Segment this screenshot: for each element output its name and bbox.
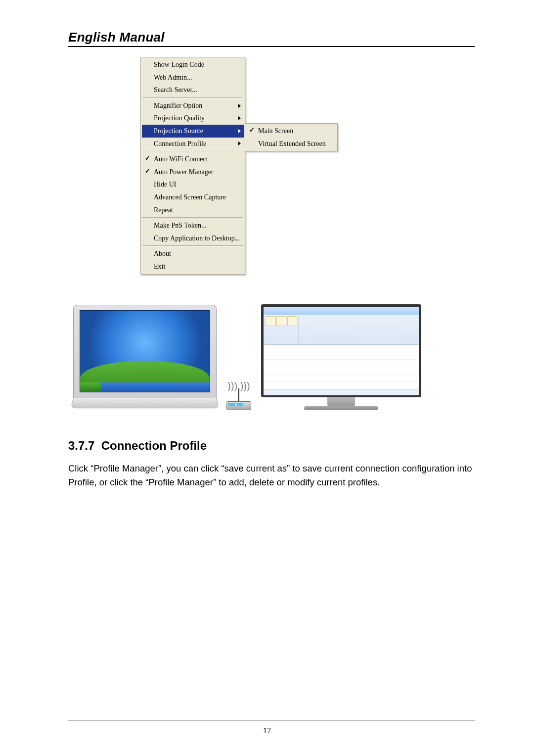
menu-item[interactable]: Copy Application to Desktop...: [142, 232, 244, 245]
menu-item-label: Hide UI: [154, 181, 177, 188]
menu-item-label: Exit: [154, 263, 165, 270]
menu-item[interactable]: Magnifier Option: [142, 99, 244, 112]
menu-item-label: About: [154, 250, 171, 257]
menu-item[interactable]: Repeat: [142, 204, 244, 217]
projection-illustration: ))) ))): [73, 304, 475, 410]
taskbar: [80, 382, 210, 391]
menu-item[interactable]: Show Login Code: [142, 58, 244, 71]
submenu-item[interactable]: ✓Main Screen: [246, 125, 336, 138]
menu-item[interactable]: Web Admin...: [142, 71, 244, 84]
menu-item[interactable]: Exit: [142, 260, 244, 273]
menu-item-label: Auto WiFi Connect: [154, 155, 208, 163]
menu-item[interactable]: Projection Source: [142, 125, 244, 138]
submenu-item-label: Main Screen: [258, 127, 293, 135]
page-number: 17: [0, 726, 534, 735]
menu-item-label: Magnifier Option: [154, 102, 202, 109]
menu-item-label: Projection Quality: [154, 114, 205, 122]
menu-item[interactable]: ✓Auto WiFi Connect: [142, 153, 244, 166]
menu-item[interactable]: Connection Profile: [142, 138, 244, 150]
menu-item-label: Connection Profile: [154, 140, 206, 147]
menu-item-label: Web Admin...: [154, 74, 192, 81]
menu-item-label: Make PnS Token...: [154, 222, 206, 229]
menu-separator: [142, 151, 243, 152]
menu-item[interactable]: Make PnS Token...: [142, 219, 244, 232]
section-heading: 3.7.7 Connection Profile: [68, 439, 475, 453]
wifi-waves-icon: ))) ))): [227, 383, 250, 388]
section-number: 3.7.7: [68, 439, 94, 452]
menu-item-label: Auto Power Manager: [154, 168, 214, 176]
menu-item-label: Search Server...: [154, 86, 197, 94]
submenu-item[interactable]: Virtual Extended Screen: [246, 138, 336, 150]
footer-rule: [68, 720, 475, 720]
check-icon: ✓: [249, 126, 255, 135]
context-menu: Show Login CodeWeb Admin...Search Server…: [140, 57, 245, 275]
start-button-icon: [80, 382, 101, 391]
menu-item[interactable]: About: [142, 247, 244, 260]
context-submenu: ✓Main ScreenVirtual Extended Screen: [245, 123, 338, 151]
spreadsheet-window: [264, 307, 419, 395]
menu-item-label: Repeat: [154, 206, 173, 214]
check-icon: ✓: [145, 167, 150, 176]
menu-item-label: Projection Source: [154, 127, 203, 135]
menu-item-label: Copy Application to Desktop...: [154, 235, 240, 242]
laptop-graphic: [73, 305, 217, 410]
section-title: Connection Profile: [101, 439, 207, 452]
menu-item[interactable]: Hide UI: [142, 178, 244, 191]
menu-separator: [142, 245, 243, 246]
menu-item[interactable]: Search Server...: [142, 84, 244, 96]
section-body: Click “Profile Manager”, you can click “…: [68, 462, 475, 490]
menu-item-label: Show Login Code: [154, 61, 204, 68]
submenu-item-label: Virtual Extended Screen: [258, 140, 326, 147]
menu-item[interactable]: ✓Auto Power Manager: [142, 166, 244, 179]
windows-xp-desktop: [80, 310, 210, 392]
check-icon: ✓: [145, 154, 150, 163]
menu-separator: [142, 97, 243, 98]
page-header-title: English Manual: [68, 30, 475, 47]
manual-page: English Manual Show Login CodeWeb Admin.…: [0, 0, 534, 756]
wireless-router-graphic: ))) ))): [226, 383, 251, 410]
menu-separator: [142, 217, 243, 218]
menu-item-label: Advanced Screen Capture: [154, 193, 226, 201]
context-menu-screenshot: Show Login CodeWeb Admin...Search Server…: [140, 57, 475, 275]
menu-item[interactable]: Advanced Screen Capture: [142, 191, 244, 204]
external-monitor-graphic: [261, 304, 421, 410]
menu-item[interactable]: Projection Quality: [142, 112, 244, 125]
